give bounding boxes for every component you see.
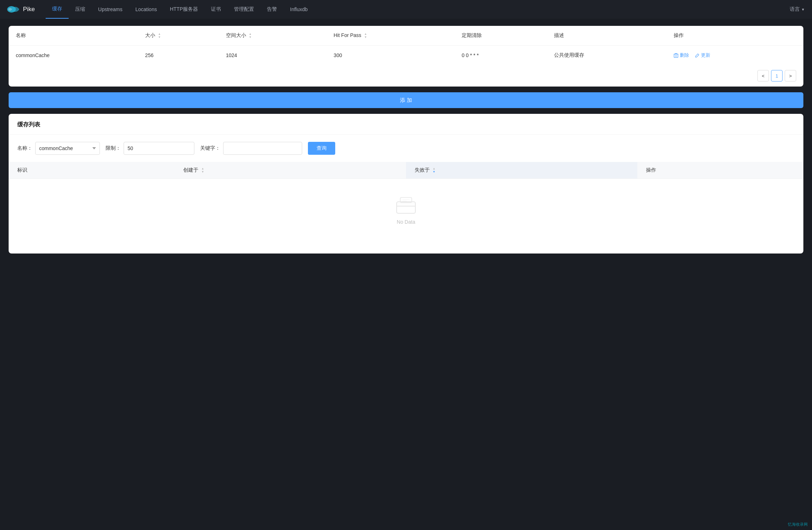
list-col-action: 操作: [637, 162, 803, 179]
cell-desc: 公共使用缓存: [547, 46, 666, 65]
nav-item-locations[interactable]: Locations: [129, 0, 163, 19]
current-page-button[interactable]: 1: [771, 70, 783, 82]
update-button[interactable]: 更新: [695, 52, 710, 59]
sort-expired-icon[interactable]: ▲▼: [433, 167, 435, 173]
col-schedule: 定期清除: [455, 26, 547, 46]
cache-list-table: 标识 创建于 ▲▼ 失效于 ▲▼ 操作: [9, 162, 803, 179]
next-page-button[interactable]: >: [785, 70, 796, 82]
sort-space-icon[interactable]: ▲▼: [249, 33, 252, 39]
pike-logo: [7, 4, 20, 14]
cell-schedule: 0 0 * * *: [455, 46, 547, 65]
filter-row: 名称： commonCache 限制： 关键字： 查询: [9, 135, 803, 162]
delete-button[interactable]: 删除: [674, 52, 689, 59]
query-button[interactable]: 查询: [308, 142, 335, 155]
main-content: 名称 大小 ▲▼ 空间大小 ▲▼ Hit For Pass ▲▼ 定期清除 描述: [0, 19, 812, 261]
filter-limit-group: 限制：: [106, 142, 194, 155]
cell-actions: 删除 更新: [666, 46, 803, 65]
no-data-icon: [395, 197, 417, 215]
pagination: < 1 >: [9, 65, 803, 87]
filter-limit-label: 限制：: [106, 145, 121, 152]
nav-item-cache[interactable]: 缓存: [46, 0, 69, 19]
col-size[interactable]: 大小 ▲▼: [138, 26, 219, 46]
sort-hit-icon[interactable]: ▲▼: [364, 33, 367, 39]
sort-size-icon[interactable]: ▲▼: [158, 33, 161, 39]
nav-item-alarm[interactable]: 告警: [260, 0, 283, 19]
filter-name-label: 名称：: [17, 145, 32, 152]
no-data-section: No Data: [9, 179, 803, 246]
cache-list-title: 缓存列表: [9, 114, 803, 135]
watermark: 忆海收录网: [788, 522, 808, 527]
no-data-text: No Data: [397, 219, 415, 225]
cell-space-size: 1024: [219, 46, 327, 65]
navbar: Pike 缓存 压缩 Upstreams Locations HTTP服务器 证…: [0, 0, 812, 19]
svg-point-2: [8, 8, 12, 11]
brand-name: Pike: [23, 6, 35, 13]
cell-hit-for-pass: 300: [327, 46, 455, 65]
add-cache-button[interactable]: 添 加: [9, 92, 803, 108]
list-col-created[interactable]: 创建于 ▲▼: [175, 162, 406, 179]
cache-list-card: 缓存列表 名称： commonCache 限制： 关键字： 查询: [9, 114, 803, 254]
table-row: commonCache 256 1024 300 0 0 * * * 公共使用缓…: [9, 46, 803, 65]
prev-page-button[interactable]: <: [757, 70, 769, 82]
nav-item-admin[interactable]: 管理配置: [227, 0, 260, 19]
nav-item-http-server[interactable]: HTTP服务器: [163, 0, 205, 19]
filter-name-group: 名称： commonCache: [17, 142, 100, 155]
col-name: 名称: [9, 26, 138, 46]
trash-icon: [674, 53, 678, 58]
nav-item-compress[interactable]: 压缩: [69, 0, 92, 19]
col-hit-for-pass[interactable]: Hit For Pass ▲▼: [327, 26, 455, 46]
chevron-down-icon: ▼: [801, 8, 805, 11]
cell-size: 256: [138, 46, 219, 65]
filter-keyword-input[interactable]: [223, 142, 302, 155]
nav-item-influxdb[interactable]: Influxdb: [283, 0, 314, 19]
language-selector[interactable]: 语言 ▼: [790, 6, 805, 13]
cache-config-card: 名称 大小 ▲▼ 空间大小 ▲▼ Hit For Pass ▲▼ 定期清除 描述: [9, 26, 803, 87]
svg-rect-4: [397, 202, 415, 213]
edit-icon: [695, 53, 700, 58]
col-space-size[interactable]: 空间大小 ▲▼: [219, 26, 327, 46]
nav-item-cert[interactable]: 证书: [204, 0, 227, 19]
list-col-id: 标识: [9, 162, 175, 179]
col-desc: 描述: [547, 26, 666, 46]
cache-list-table-wrapper: 标识 创建于 ▲▼ 失效于 ▲▼ 操作: [9, 162, 803, 254]
svg-rect-3: [674, 54, 678, 57]
list-col-expired[interactable]: 失效于 ▲▼: [406, 162, 637, 179]
col-action: 操作: [666, 26, 803, 46]
svg-point-1: [11, 7, 19, 12]
cell-name: commonCache: [9, 46, 138, 65]
nav-menu: 缓存 压缩 Upstreams Locations HTTP服务器 证书 管理配…: [46, 0, 790, 19]
filter-keyword-label: 关键字：: [200, 145, 220, 152]
filter-name-select[interactable]: commonCache: [35, 142, 100, 155]
brand[interactable]: Pike: [7, 4, 35, 14]
filter-limit-input[interactable]: [124, 142, 194, 155]
cache-config-table: 名称 大小 ▲▼ 空间大小 ▲▼ Hit For Pass ▲▼ 定期清除 描述: [9, 26, 803, 65]
filter-keyword-group: 关键字：: [200, 142, 302, 155]
sort-created-icon[interactable]: ▲▼: [201, 167, 204, 173]
nav-item-upstreams[interactable]: Upstreams: [92, 0, 129, 19]
